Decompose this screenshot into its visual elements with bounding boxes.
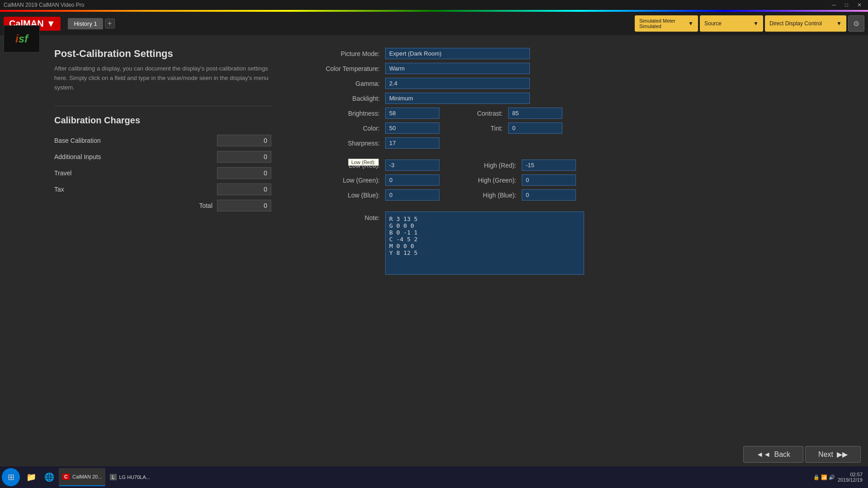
color-temp-row: Color Temperature: [307, 63, 850, 74]
picture-mode-input[interactable] [385, 48, 530, 59]
brightness-row: Brightness: [307, 108, 439, 119]
backlight-row: Backlight: [307, 93, 850, 104]
note-label: Note: [307, 211, 380, 221]
tab-history1-label: History 1 [74, 20, 97, 27]
source-dropdown[interactable]: Source ▼ [700, 15, 763, 32]
tab-add-icon: + [108, 19, 112, 28]
tab-history1[interactable]: History 1 [68, 18, 103, 29]
high-blue-row: High (Blue): [458, 189, 576, 201]
taskbar-lg[interactable]: L LG HU70LA... [106, 468, 154, 486]
low-blue-input[interactable] [385, 189, 439, 201]
ddc-dropdown[interactable]: Direct Display Control ▼ [765, 15, 846, 32]
charge-row-additional: Additional Inputs [54, 151, 271, 163]
brightness-input[interactable] [385, 108, 439, 119]
high-red-input[interactable] [522, 160, 576, 171]
low-blue-label: Low (Blue): [307, 192, 380, 199]
back-icon: ◄◄ [756, 450, 771, 459]
tab-area: History 1 + [68, 18, 114, 29]
color-temp-input[interactable] [385, 63, 530, 74]
tint-input[interactable] [508, 122, 562, 134]
calman-logo-arrow: ▼ [47, 19, 56, 29]
tax-input[interactable] [217, 183, 271, 195]
brightness-label: Brightness: [307, 110, 380, 117]
color-label: Color: [307, 125, 380, 132]
low-high-green-row: Low (Green): High (Green): [307, 174, 850, 186]
charges-title: Calibration Charges [54, 115, 271, 126]
back-label: Back [774, 450, 791, 459]
travel-label: Travel [54, 169, 217, 177]
high-green-input[interactable] [522, 174, 576, 186]
calman-taskbar-label: CalMAN 20... [72, 474, 102, 479]
base-cal-input[interactable] [217, 135, 271, 146]
main-content: Post-Calibration Settings After calibrat… [0, 39, 868, 470]
divider [54, 106, 271, 106]
total-row: Total [54, 200, 271, 211]
left-panel: Post-Calibration Settings After calibrat… [0, 39, 289, 470]
ddc-arrow: ▼ [836, 20, 842, 27]
sharpness-input[interactable] [385, 137, 439, 149]
high-blue-input[interactable] [522, 189, 576, 201]
picture-mode-row: Picture Mode: [307, 48, 850, 59]
low-red-tooltip: Low (Red): [348, 159, 379, 166]
minimize-icon[interactable]: ─ [829, 2, 839, 8]
contrast-input[interactable] [508, 108, 562, 119]
total-label: Total [199, 202, 212, 209]
tab-add-button[interactable]: + [105, 19, 115, 28]
tax-label: Tax [54, 186, 217, 193]
note-row: Note: R 3 13 5 G 0 0 0 B 0 -1 1 C -4 5 2… [307, 211, 850, 275]
sharpness-row: Sharpness: [307, 137, 850, 149]
note-textarea[interactable]: R 3 13 5 G 0 0 0 B 0 -1 1 C -4 5 2 M 0 0… [385, 211, 584, 275]
gamma-input[interactable] [385, 78, 530, 89]
charge-row-tax: Tax [54, 183, 271, 195]
header-controls: Simulated Meter Simulated ▼ Source ▼ Dir… [635, 15, 864, 32]
high-blue-label: High (Blue): [458, 192, 516, 199]
post-cal-desc: After calibrating a display, you can doc… [54, 64, 271, 92]
low-high-red-row: Low (Red): Low (Red): High (Red): [307, 160, 850, 171]
gear-icon: ⚙ [853, 19, 859, 28]
tint-label: Tint: [458, 125, 503, 132]
taskbar-chrome[interactable]: 🌐 [41, 468, 58, 486]
tint-row: Tint: [458, 122, 562, 134]
backlight-input[interactable] [385, 93, 530, 104]
titlebar: CalMAN 2019 CalMAN Video Pro ─ □ ✕ [0, 0, 868, 10]
low-green-input[interactable] [385, 174, 439, 186]
taskbar-calman[interactable]: C CalMAN 20... [59, 468, 105, 486]
high-green-label: High (Green): [458, 177, 516, 184]
lg-taskbar-label: LG HU70LA... [119, 474, 150, 480]
back-button[interactable]: ◄◄ Back [743, 446, 803, 463]
clock: 02:57 2019/12/19 [838, 472, 863, 483]
simulated-meter-arrow: ▼ [688, 20, 693, 27]
source-arrow: ▼ [753, 20, 759, 27]
taskbar-file-explorer[interactable]: 📁 [23, 468, 40, 486]
simulated-meter-line2: Simulated [639, 23, 661, 29]
additional-inputs-input[interactable] [217, 151, 271, 163]
sharpness-label: Sharpness: [307, 140, 380, 147]
picture-mode-label: Picture Mode: [307, 50, 380, 57]
low-red-input[interactable] [385, 160, 439, 171]
total-input[interactable] [217, 200, 271, 211]
maximize-icon[interactable]: □ [842, 2, 851, 8]
high-red-label: High (Red): [458, 162, 516, 169]
charge-row-base: Base Calibration [54, 135, 271, 146]
travel-input[interactable] [217, 167, 271, 179]
file-explorer-icon: 📁 [26, 472, 36, 482]
start-button[interactable]: ⊞ [2, 468, 20, 486]
taskbar-right: 🔒 📶 🔊 02:57 2019/12/19 [813, 472, 866, 483]
settings-gear-button[interactable]: ⚙ [848, 15, 864, 32]
next-button[interactable]: Next ▶▶ [805, 446, 861, 463]
backlight-label: Backlight: [307, 95, 380, 102]
header: CalMAN ▼ History 1 + Simulated Meter Sim… [0, 12, 868, 35]
low-red-row: Low (Red): Low (Red): [307, 160, 439, 171]
ddc-label: Direct Display Control [769, 20, 822, 27]
simulated-meter-dropdown[interactable]: Simulated Meter Simulated ▼ [635, 15, 698, 32]
isf-text: isf [15, 33, 28, 45]
close-icon[interactable]: ✕ [854, 2, 864, 8]
time: 02:57 [838, 472, 863, 477]
additional-inputs-label: Additional Inputs [54, 153, 217, 160]
titlebar-text: CalMAN 2019 CalMAN Video Pro [4, 2, 85, 8]
calman-taskbar-icon: C [62, 474, 70, 480]
right-panel: Picture Mode: Color Temperature: Gamma: … [289, 39, 868, 470]
low-green-label: Low (Green): [307, 177, 380, 184]
color-input[interactable] [385, 122, 439, 134]
low-green-row: Low (Green): [307, 174, 439, 186]
